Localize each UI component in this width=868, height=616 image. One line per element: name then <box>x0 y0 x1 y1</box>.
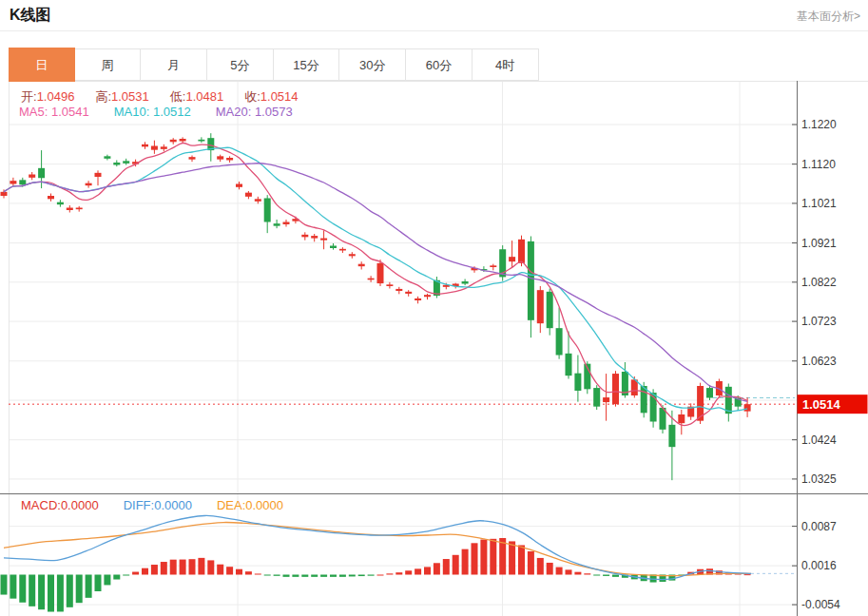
ma-item-0-label: MA5: <box>19 105 51 119</box>
macd-lines <box>4 515 795 579</box>
macd-item-2: DEA:0.0000 <box>217 498 283 512</box>
svg-text:0.0016: 0.0016 <box>801 559 837 572</box>
period-tab-month[interactable]: 月 <box>141 48 207 81</box>
macd-item-2-label: DEA: <box>217 498 245 512</box>
ma-info: MA5: 1.0541MA10: 1.0512MA20: 1.0573 <box>19 105 293 119</box>
ohlc-item-2-value: 1.0481 <box>185 89 223 104</box>
svg-text:1.0514: 1.0514 <box>802 397 841 412</box>
period-tab-15min[interactable]: 15分 <box>274 48 340 81</box>
svg-text:1.0623: 1.0623 <box>801 355 837 368</box>
ma-item-2: MA20: 1.0573 <box>216 105 293 119</box>
period-tab-60min[interactable]: 60分 <box>406 48 473 81</box>
macd-item-0-label: MACD: <box>21 498 61 512</box>
macd-y-axis: 0.00870.0016-0.0054 <box>792 520 840 611</box>
current-price-line <box>9 398 797 405</box>
svg-text:1.0325: 1.0325 <box>801 472 837 486</box>
svg-text:1.1120: 1.1120 <box>801 158 836 171</box>
ma-item-1-value: 1.0512 <box>153 105 191 119</box>
ohlc-item-3-label: 收: <box>244 89 260 104</box>
ohlc-item-0-value: 1.0496 <box>37 89 75 104</box>
ohlc-item-0-label: 开: <box>21 89 37 104</box>
svg-text:1.1220: 1.1220 <box>801 118 837 131</box>
ohlc-item-2-label: 低: <box>170 89 186 104</box>
macd-info: MACD:0.0000DIFF:0.0000DEA:0.0000 <box>21 498 283 512</box>
macd-item-0-value: 0.0000 <box>61 498 99 512</box>
ohlc-info: 开:1.0496高:1.0531低:1.0481收:1.0514 <box>21 88 299 106</box>
svg-text:1.1021: 1.1021 <box>801 197 837 210</box>
current-price-tag: 1.0514 <box>798 395 868 414</box>
svg-text:1.0921: 1.0921 <box>801 237 837 250</box>
period-tab-5min[interactable]: 5分 <box>207 48 274 81</box>
svg-text:-0.0054: -0.0054 <box>801 598 840 611</box>
macd-item-1-value: 0.0000 <box>154 498 192 512</box>
ohlc-item-1-label: 高: <box>95 89 111 104</box>
ohlc-item-1: 高:1.0531 <box>95 88 148 106</box>
kline-page: K线图 基本面分析> 日周月5分15分30分60分4时 开:1.0496高:1.… <box>0 0 868 616</box>
svg-text:1.0723: 1.0723 <box>801 315 837 328</box>
period-tab-30min[interactable]: 30分 <box>339 48 406 81</box>
period-tab-4hour[interactable]: 4时 <box>473 48 539 81</box>
svg-text:1.0822: 1.0822 <box>801 276 837 289</box>
ohlc-item-3: 收:1.0514 <box>244 88 298 106</box>
macd-item-2-value: 0.0000 <box>245 498 283 512</box>
main-y-axis: 1.12201.11201.10211.09211.08221.07231.06… <box>792 118 837 486</box>
period-tab-week[interactable]: 周 <box>75 48 142 81</box>
ma-item-1-label: MA10: <box>114 105 153 119</box>
ma-item-0-value: 1.0541 <box>51 105 89 119</box>
ohlc-item-1-value: 1.0531 <box>111 89 149 104</box>
ohlc-item-0: 开:1.0496 <box>21 88 74 106</box>
macd-item-0: MACD:0.0000 <box>21 498 99 512</box>
ma-item-1: MA10: 1.0512 <box>114 105 191 119</box>
svg-text:0.0087: 0.0087 <box>801 520 837 533</box>
ma-item-2-value: 1.0573 <box>255 105 293 119</box>
macd-item-1-label: DIFF: <box>124 498 155 512</box>
svg-text:1.0424: 1.0424 <box>801 433 837 447</box>
ohlc-item-3-value: 1.0514 <box>260 89 299 104</box>
panel-borders <box>0 81 868 616</box>
period-tabs: 日周月5分15分30分60分4时 <box>9 48 539 82</box>
ohlc-item-2: 低:1.0481 <box>170 88 223 106</box>
period-tab-day[interactable]: 日 <box>9 48 75 82</box>
macd-item-1: DIFF:0.0000 <box>124 498 192 512</box>
ma-item-0: MA5: 1.0541 <box>19 105 89 119</box>
ma-item-2-label: MA20: <box>216 105 255 119</box>
